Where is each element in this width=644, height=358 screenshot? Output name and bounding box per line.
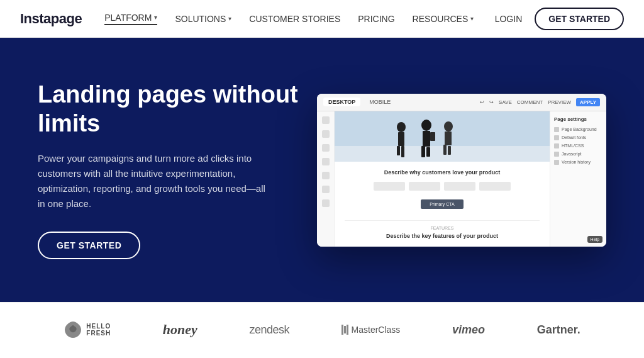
toolbar-actions: ↩ ↪ SAVE COMMENT PREVIEW APPLY bbox=[480, 98, 600, 106]
logo-hellofresh: HELLO FRESH bbox=[64, 320, 111, 339]
zendesk-text: zendesk bbox=[249, 323, 289, 337]
sidebar-tool-icon[interactable] bbox=[322, 144, 330, 152]
nav-link-solutions[interactable]: SOLUTIONS ▾ bbox=[175, 14, 231, 24]
nav-link-resources[interactable]: RESOURCES ▾ bbox=[413, 14, 474, 24]
sidebar-tool-icon[interactable] bbox=[322, 186, 330, 193]
save-button-screenshot[interactable]: SAVE bbox=[499, 99, 512, 105]
screenshot-cta-button[interactable]: Primary CTA bbox=[421, 199, 464, 209]
logos-strip: HELLO FRESH honey zendesk MasterClass vi… bbox=[0, 302, 644, 357]
tab-mobile[interactable]: MOBILE bbox=[364, 98, 396, 106]
version-history-icon bbox=[554, 160, 559, 165]
hero-content: Landing pages without limits Power your … bbox=[38, 81, 302, 259]
masterclass-icon bbox=[341, 325, 348, 335]
publish-button[interactable]: APPLY bbox=[576, 98, 600, 106]
get-started-button-hero[interactable]: GET STARTED bbox=[38, 232, 140, 259]
logo-honey: honey bbox=[163, 322, 197, 338]
sidebar-item[interactable]: Javascript bbox=[554, 152, 602, 157]
vimeo-text: vimeo bbox=[452, 323, 485, 337]
screenshot-features-headline: Describe the key features of your produc… bbox=[345, 233, 540, 239]
sidebar-item-label: Version history bbox=[562, 160, 591, 164]
preview-button[interactable]: PREVIEW bbox=[548, 99, 571, 105]
hero-screenshot: DESKTOP MOBILE ↩ ↪ SAVE COMMENT PREVIEW … bbox=[302, 94, 606, 247]
hero-description: Power your campaigns and turn more ad cl… bbox=[38, 151, 270, 211]
login-link[interactable]: LOGIN bbox=[495, 14, 523, 24]
screenshot-logo-pills bbox=[345, 182, 540, 191]
hero-title: Landing pages without limits bbox=[38, 81, 302, 138]
logo-pill bbox=[479, 182, 511, 191]
nav-link-customer-stories[interactable]: CUSTOMER STORIES bbox=[249, 14, 340, 24]
screenshot-content: Describe why customers love your product… bbox=[335, 162, 550, 247]
svg-rect-9 bbox=[426, 147, 430, 157]
chevron-down-icon: ▾ bbox=[470, 15, 474, 22]
svg-rect-13 bbox=[448, 146, 451, 155]
default-fonts-icon bbox=[554, 135, 559, 140]
honey-text: honey bbox=[163, 322, 197, 338]
svg-rect-11 bbox=[445, 131, 452, 145]
sidebar-item[interactable]: HTML/CSS bbox=[554, 143, 602, 148]
sidebar-item[interactable]: Page Background bbox=[554, 127, 602, 132]
logo-gartner: Gartner. bbox=[537, 323, 580, 337]
screenshot-divider bbox=[345, 220, 540, 221]
logo-pill bbox=[374, 182, 405, 191]
chevron-down-icon: ▾ bbox=[154, 14, 157, 21]
tab-desktop[interactable]: DESKTOP bbox=[323, 98, 360, 106]
sidebar-item-label: HTML/CSS bbox=[562, 143, 584, 148]
sidebar-tool-icon[interactable] bbox=[322, 199, 330, 207]
html-css-icon bbox=[554, 143, 559, 148]
chevron-down-icon: ▾ bbox=[228, 15, 231, 22]
screenshot-content-headline: Describe why customers love your product bbox=[345, 169, 540, 176]
logo-masterclass: MasterClass bbox=[341, 325, 401, 335]
hero-section: Landing pages without limits Power your … bbox=[0, 38, 644, 302]
svg-rect-7 bbox=[423, 131, 430, 147]
sidebar-tool-icon[interactable] bbox=[322, 130, 330, 138]
gartner-text: Gartner. bbox=[537, 323, 580, 337]
screenshot-sidebar-right: Page settings Page Background Default fo… bbox=[550, 111, 606, 247]
screenshot-canvas: Describe why customers love your product… bbox=[335, 111, 550, 247]
screenshot-hero-image bbox=[335, 111, 550, 162]
sidebar-item-label: Page Background bbox=[562, 127, 597, 131]
svg-point-2 bbox=[397, 122, 406, 132]
hellofresh-icon bbox=[64, 320, 82, 339]
redo-icon[interactable]: ↪ bbox=[489, 99, 494, 105]
screenshot-toolbar: DESKTOP MOBILE ↩ ↪ SAVE COMMENT PREVIEW … bbox=[317, 94, 606, 111]
page-background-icon bbox=[554, 127, 559, 132]
svg-rect-1 bbox=[335, 146, 550, 162]
svg-rect-3 bbox=[398, 132, 404, 146]
undo-icon[interactable]: ↩ bbox=[480, 99, 484, 105]
logo[interactable]: Instapage bbox=[20, 11, 82, 27]
svg-rect-12 bbox=[443, 145, 447, 155]
svg-point-6 bbox=[421, 120, 431, 131]
hellofresh-text: HELLO FRESH bbox=[86, 323, 111, 337]
sidebar-tool-icon[interactable] bbox=[322, 116, 330, 124]
masterclass-text: MasterClass bbox=[352, 325, 401, 335]
get-started-button-nav[interactable]: GET STARTED bbox=[535, 8, 624, 30]
logo-vimeo: vimeo bbox=[452, 323, 485, 337]
logo-pill bbox=[444, 182, 475, 191]
javascript-icon bbox=[554, 152, 559, 157]
sidebar-tool-icon[interactable] bbox=[322, 172, 330, 179]
nav-link-pricing[interactable]: PRICING bbox=[358, 14, 394, 24]
sidebar-item[interactable]: Default fonts bbox=[554, 135, 602, 140]
navbar: Instapage PLATFORM ▾ SOLUTIONS ▾ CUSTOME… bbox=[0, 0, 644, 38]
sidebar-item[interactable]: Version history bbox=[554, 160, 602, 165]
svg-rect-14 bbox=[430, 132, 435, 141]
nav-actions: LOGIN GET STARTED bbox=[495, 8, 624, 30]
screenshot-features-label: FEATURES bbox=[345, 226, 540, 230]
svg-rect-8 bbox=[421, 146, 425, 157]
svg-point-10 bbox=[444, 121, 453, 131]
nav-links: PLATFORM ▾ SOLUTIONS ▾ CUSTOMER STORIES … bbox=[104, 13, 494, 25]
logo-pill bbox=[409, 182, 440, 191]
sidebar-tool-icon[interactable] bbox=[322, 158, 330, 165]
logo-zendesk: zendesk bbox=[249, 323, 289, 337]
svg-rect-4 bbox=[397, 146, 400, 155]
nav-link-platform[interactable]: PLATFORM ▾ bbox=[104, 13, 157, 25]
help-button[interactable]: Help bbox=[587, 236, 602, 243]
sidebar-item-label: Default fonts bbox=[562, 135, 586, 140]
comment-button[interactable]: COMMENT bbox=[517, 99, 543, 105]
svg-rect-5 bbox=[401, 146, 404, 157]
sidebar-title: Page settings bbox=[554, 116, 602, 122]
screenshot-window: DESKTOP MOBILE ↩ ↪ SAVE COMMENT PREVIEW … bbox=[317, 94, 606, 247]
screenshot-sidebar-left bbox=[317, 111, 335, 247]
sidebar-item-label: Javascript bbox=[562, 152, 582, 156]
screenshot-body: Describe why customers love your product… bbox=[317, 111, 606, 247]
